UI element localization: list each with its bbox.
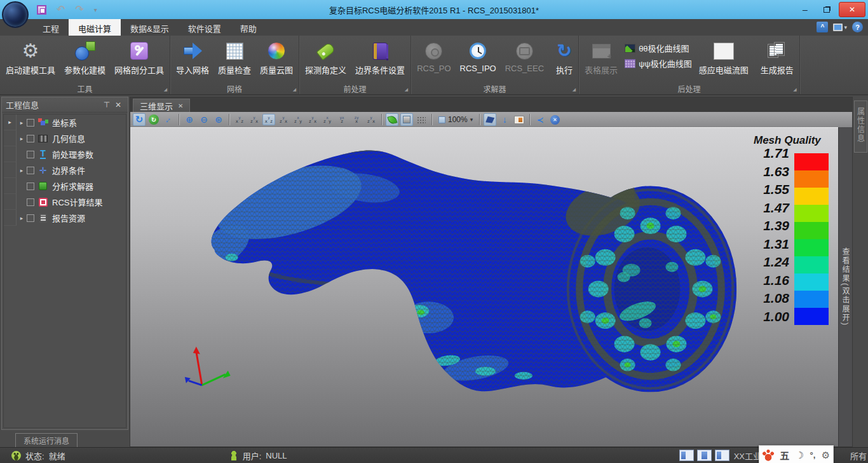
tree-item-analysis-solver[interactable]: 分析求解器 xyxy=(4,178,126,194)
flat-mode-button[interactable] xyxy=(400,113,413,126)
view-orientation-button-4[interactable]: yz x xyxy=(277,114,290,125)
close-button[interactable]: ✕ xyxy=(839,2,865,17)
expander-icon[interactable]: ▸ xyxy=(17,135,27,142)
display-style-button[interactable]: ▾ xyxy=(833,24,847,31)
zoom-level-select[interactable]: 100% ▾ xyxy=(436,113,475,126)
view-orientation-button-6[interactable]: yz x xyxy=(306,114,319,125)
checkbox[interactable] xyxy=(27,135,34,142)
mesh-partition-tool-button[interactable]: 网格剖分工具 xyxy=(110,37,168,76)
tab-help[interactable]: 帮助 xyxy=(231,19,266,36)
system-messages-tab[interactable]: 系统运行消息 xyxy=(15,433,78,447)
dialog-launcher-icon[interactable]: ◢ xyxy=(293,87,296,92)
checkbox[interactable] xyxy=(27,183,34,190)
ime-paw-icon[interactable] xyxy=(763,450,774,461)
close-view-button[interactable]: ✕ xyxy=(548,113,561,126)
shaded-mode-button[interactable] xyxy=(386,113,398,126)
dialog-launcher-icon[interactable]: ◢ xyxy=(573,87,576,92)
rcs-ipo-solver-button[interactable]: RCS_IPO xyxy=(456,37,501,73)
view-orientation-button-5[interactable]: xz y xyxy=(292,114,304,125)
dialog-launcher-icon[interactable]: ◢ xyxy=(164,87,167,92)
ribbon-group-mesh: 导入网格 质量检查 质量云图 网格◢ xyxy=(170,36,299,94)
pan-zoom-button[interactable]: ↕ xyxy=(162,113,175,126)
view-results-collapsed-tab[interactable]: 查看结果(双击展开) xyxy=(838,127,852,446)
induced-current-map-button[interactable]: 感应电磁流图 xyxy=(695,37,753,76)
execute-button[interactable]: ↻ 执行 xyxy=(552,37,577,76)
spin-view-button[interactable]: ↻ xyxy=(147,113,160,126)
parametric-modeling-button[interactable]: 参数化建模 xyxy=(60,37,110,76)
view-orientation-button-8[interactable]: yxz xyxy=(336,114,348,125)
ime-wubi-button[interactable]: 五 xyxy=(780,448,789,462)
qat-caret-icon[interactable]: ▾ xyxy=(94,6,97,13)
tree-item-boundary-conditions[interactable]: ▸ ✛ 边界条件 xyxy=(4,162,126,178)
checkbox[interactable] xyxy=(27,214,34,222)
expander-icon[interactable]: ▸ xyxy=(17,120,27,126)
document-area: 三维显示 ✕ ↻ ↻ ↕ ⊕ ⊖ ⊛ yx z yz x yx z yz x x… xyxy=(130,97,853,447)
tab-3d-display[interactable]: 三维显示 ✕ xyxy=(133,99,190,112)
quality-cloud-map-button[interactable]: 质量云图 xyxy=(255,37,297,76)
dialog-launcher-icon[interactable]: ◢ xyxy=(405,87,408,92)
close-icon[interactable]: ✕ xyxy=(112,100,124,109)
layout-right-button[interactable] xyxy=(715,450,729,461)
view-orientation-button-3[interactable]: yx z xyxy=(262,114,275,125)
clip-plane-button[interactable] xyxy=(484,113,496,126)
collapse-ribbon-button[interactable]: ^ xyxy=(817,22,828,32)
ime-punctuation-button[interactable]: °, xyxy=(810,450,816,460)
save-icon[interactable] xyxy=(37,5,46,15)
probe-angle-define-button[interactable]: 探测角定义 xyxy=(301,37,351,76)
drop-view-button[interactable]: ↓ xyxy=(498,113,511,126)
launch-modeling-tool-button[interactable]: ⚙ 启动建模工具 xyxy=(1,37,60,76)
expander-icon[interactable]: ▸ xyxy=(17,167,27,174)
app-logo[interactable] xyxy=(2,1,29,28)
moon-icon[interactable]: ☽ xyxy=(796,450,804,461)
view-orientation-button-9[interactable]: zyx xyxy=(350,114,363,125)
view-orientation-button-2[interactable]: yz x xyxy=(248,114,261,125)
tab-software-settings[interactable]: 软件设置 xyxy=(179,19,231,36)
dialog-launcher-icon[interactable]: ◢ xyxy=(793,87,796,92)
share-view-button[interactable]: ≺ xyxy=(534,113,546,126)
viewport-3d[interactable]: Mesh Quality 1.71 1.63 xyxy=(130,127,838,446)
orbit-rotate-button[interactable]: ↻ xyxy=(133,113,146,126)
tab-data-display[interactable]: 数据&显示 xyxy=(121,19,179,36)
help-button[interactable]: ? xyxy=(852,22,863,32)
checkbox[interactable] xyxy=(27,119,34,127)
boundary-condition-settings-button[interactable]: 边界条件设置 xyxy=(351,37,409,76)
view-orientation-button-7[interactable]: xz y xyxy=(321,114,334,125)
rcs-po-solver-button: RCS_PO xyxy=(412,37,455,73)
restore-button[interactable] xyxy=(817,3,836,17)
redo-icon[interactable]: ↷ xyxy=(75,5,83,14)
zoom-out-button[interactable]: ⊖ xyxy=(198,113,210,126)
ribbon-group-postprocess: 表格展示 θθ极化曲线图 ψψ极化曲线图 感应电磁流图 生成报告 xyxy=(579,36,800,94)
tree-item-rcs-results[interactable]: RCS计算结果 xyxy=(4,194,126,210)
pin-icon[interactable]: ⊤ xyxy=(101,100,112,109)
zoom-in-button[interactable]: ⊕ xyxy=(183,113,196,126)
undo-icon[interactable]: ↶ xyxy=(57,5,65,14)
view-orientation-button-10[interactable]: yz x xyxy=(365,114,377,125)
close-icon[interactable]: ✕ xyxy=(178,102,183,109)
checkbox[interactable] xyxy=(27,151,34,158)
checkbox[interactable] xyxy=(27,167,34,174)
quality-check-button[interactable]: 质量检查 xyxy=(214,37,255,76)
tree-item-coordinate-system[interactable]: ▸ ▸ 坐标系 xyxy=(4,114,126,130)
properties-collapsed-tab[interactable]: 属性信息 xyxy=(854,100,867,153)
tree-item-report-resources[interactable]: ▸ 报告资源 xyxy=(4,210,126,226)
psi-polarization-curve-button[interactable]: ψψ极化曲线图 xyxy=(625,57,692,69)
tree-item-preprocess-params[interactable]: T 前处理参数 xyxy=(4,146,126,162)
tab-project[interactable]: 工程 xyxy=(33,19,69,36)
theta-polarization-curve-button[interactable]: θθ极化曲线图 xyxy=(625,42,692,54)
expander-icon[interactable]: ▸ xyxy=(17,215,27,221)
gear-icon[interactable]: ⚙ xyxy=(822,450,830,461)
checkbox[interactable] xyxy=(27,198,34,206)
tab-em-computation[interactable]: 电磁计算 xyxy=(69,19,121,36)
capture-view-button[interactable] xyxy=(513,113,526,126)
points-mode-button[interactable] xyxy=(415,113,428,126)
legend-color-band xyxy=(794,256,829,273)
zoom-fit-button[interactable]: ⊛ xyxy=(212,113,225,126)
generate-report-button[interactable]: 生成报告 xyxy=(756,37,798,76)
layout-mid-button[interactable] xyxy=(697,450,712,461)
mesh-model-canvas[interactable] xyxy=(130,128,838,446)
tree-item-geometry-info[interactable]: ▸ 几何信息 xyxy=(4,130,126,146)
minimize-button[interactable]: – xyxy=(796,3,815,17)
layout-left-button[interactable] xyxy=(679,450,694,461)
view-orientation-button-1[interactable]: yx z xyxy=(233,114,246,125)
import-mesh-button[interactable]: 导入网格 xyxy=(172,37,214,76)
